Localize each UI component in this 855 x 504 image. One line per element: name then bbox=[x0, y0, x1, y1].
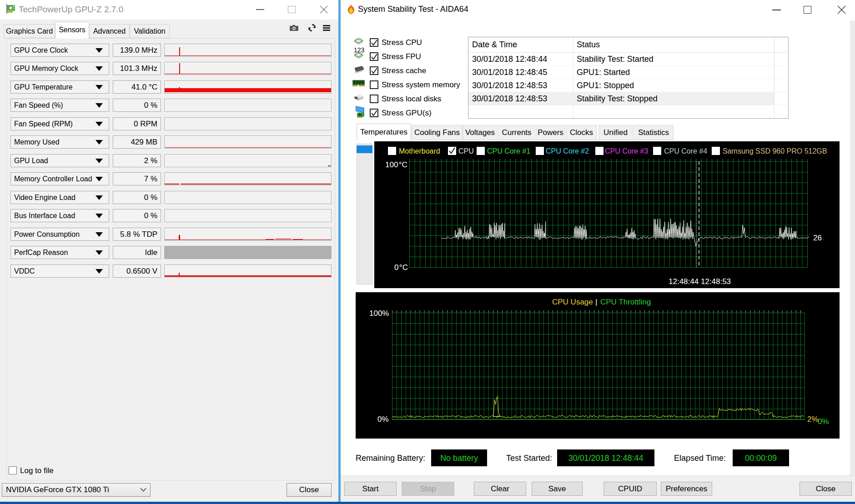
svg-text:CPU Core #1: CPU Core #1 bbox=[487, 147, 530, 155]
svg-text:0%: 0% bbox=[377, 415, 389, 424]
svg-text:0 °C: 0 °C bbox=[394, 263, 408, 272]
svg-text:26: 26 bbox=[813, 234, 822, 242]
svg-text:100 °C: 100 °C bbox=[385, 160, 407, 169]
svg-text:|: | bbox=[595, 298, 597, 306]
svg-text:CPU Usage: CPU Usage bbox=[552, 298, 593, 306]
svg-text:Motherboard: Motherboard bbox=[399, 147, 440, 155]
svg-text:12:48:44 12:48:53: 12:48:44 12:48:53 bbox=[669, 277, 731, 286]
svg-text:100%: 100% bbox=[369, 309, 389, 318]
svg-text:CPU Throttling: CPU Throttling bbox=[600, 298, 651, 306]
svg-text:CPU: CPU bbox=[458, 147, 474, 155]
svg-text:Samsung SSD 960 PRO 512GB: Samsung SSD 960 PRO 512GB bbox=[723, 147, 827, 155]
svg-text:CPU Core #3: CPU Core #3 bbox=[605, 147, 648, 155]
svg-text:2%: 2% bbox=[807, 415, 819, 424]
svg-text:CPU Core #4: CPU Core #4 bbox=[664, 147, 707, 155]
svg-text:CPU Core #2: CPU Core #2 bbox=[546, 147, 589, 155]
svg-text:0%: 0% bbox=[818, 417, 829, 426]
